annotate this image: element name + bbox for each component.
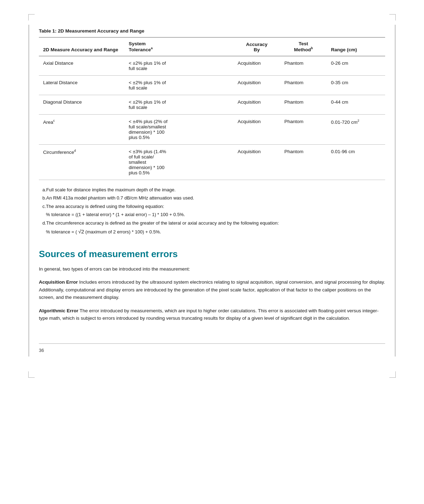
th-tolerance: System Tolerancea	[124, 37, 233, 56]
footnote-d-line1: d.The circumference accuracy is defined …	[42, 220, 385, 227]
cell-accuracy: Acquisition	[234, 95, 280, 114]
corner-mark-bl	[28, 371, 35, 378]
section-intro: In general, two types of errors can be i…	[39, 265, 385, 273]
left-border	[28, 25, 29, 357]
body-paragraph-1: Algorithmic Error The error introduced b…	[39, 307, 385, 322]
paragraph-label-1: Algorithmic Error	[39, 308, 78, 313]
table-title: Table 1: 2D Measurement Accuracy and Ran…	[39, 28, 385, 34]
footnotes-section: a.Full scale for distance implies the ma…	[39, 186, 385, 236]
cell-range: 0-26 cm	[327, 56, 385, 75]
table-row: Diagonal Distance< ±2% plus 1% offull sc…	[39, 95, 385, 114]
cell-measure: Areac	[39, 114, 124, 144]
footnote-c-formula: % tolerance = ((1 + lateral error) * (1 …	[46, 211, 385, 218]
footer: 36	[39, 343, 385, 353]
cell-range: 0.01-96 cm	[327, 144, 385, 180]
cell-measure: Diagonal Distance	[39, 95, 124, 114]
right-border	[395, 25, 396, 357]
cell-accuracy: Acquisition	[234, 75, 280, 95]
cell-accuracy: Acquisition	[234, 114, 280, 144]
body-paragraph-0: Acquisition Error Includes errors introd…	[39, 278, 385, 301]
cell-tolerance: < ±2% plus 1% offull scale	[124, 56, 233, 75]
table-row: Axial Distance< ±2% plus 1% offull scale…	[39, 56, 385, 75]
cell-tolerance: < ±4% plus (2% offull scale/smallestdime…	[124, 114, 233, 144]
paragraph-label-0: Acquisition Error	[39, 279, 78, 285]
cell-tolerance: < ±2% plus 1% offull scale	[124, 95, 233, 114]
footnote-b: b.An RMI 413a model phantom with 0.7 dB/…	[42, 195, 385, 202]
table-row: Circumferenced< ±3% plus (1.4%of full sc…	[39, 144, 385, 180]
cell-accuracy: Acquisition	[234, 56, 280, 75]
th-range: Range (cm)	[327, 37, 385, 56]
table-row: Areac< ±4% plus (2% offull scale/smalles…	[39, 114, 385, 144]
cell-method: Phantom	[280, 144, 327, 180]
cell-accuracy: Acquisition	[234, 144, 280, 180]
cell-method: Phantom	[280, 114, 327, 144]
th-method: Test Methodb	[280, 37, 327, 56]
footnote-c-line1: c.The area accuracy is defined using the…	[42, 203, 385, 210]
cell-range: 0-44 cm	[327, 95, 385, 114]
page-number: 36	[39, 348, 44, 353]
cell-tolerance: < ±3% plus (1.4%of full scale/smallestdi…	[124, 144, 233, 180]
footnote-d-formula: % tolerance = ( √2 (maximum of 2 errors)…	[46, 228, 385, 236]
corner-mark-br	[389, 371, 396, 378]
section-heading: Sources of measurement errors	[39, 249, 385, 260]
cell-range: 0-35 cm	[327, 75, 385, 95]
cell-measure: Lateral Distance	[39, 75, 124, 95]
cell-tolerance: < ±2% plus 1% offull scale	[124, 75, 233, 95]
measurement-accuracy-table: 2D Measure Accuracy and Range System Tol…	[39, 37, 385, 180]
corner-mark-tr	[389, 14, 396, 21]
table-row: Lateral Distance< ±2% plus 1% offull sca…	[39, 75, 385, 95]
corner-mark-tl	[28, 14, 35, 21]
sqrt-symbol: √2	[78, 228, 84, 234]
th-accuracy: Accuracy By	[234, 37, 280, 56]
cell-method: Phantom	[280, 75, 327, 95]
footnote-a: a.Full scale for distance implies the ma…	[42, 186, 385, 193]
th-measure: 2D Measure Accuracy and Range	[39, 37, 124, 56]
cell-method: Phantom	[280, 95, 327, 114]
cell-measure: Circumferenced	[39, 144, 124, 180]
cell-method: Phantom	[280, 56, 327, 75]
cell-range: 0.01-720 cm2	[327, 114, 385, 144]
cell-measure: Axial Distance	[39, 56, 124, 75]
